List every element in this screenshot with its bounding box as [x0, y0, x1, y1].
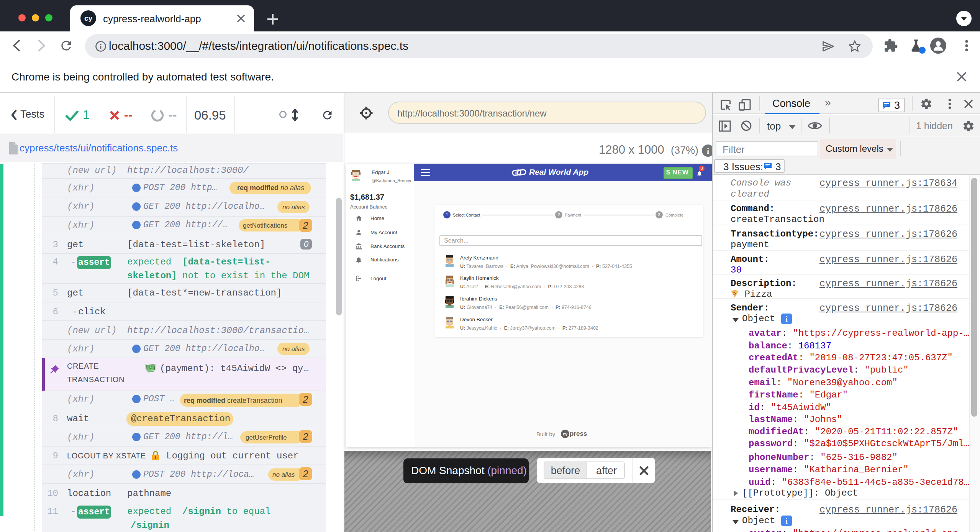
svg-text:$: $	[515, 171, 518, 175]
